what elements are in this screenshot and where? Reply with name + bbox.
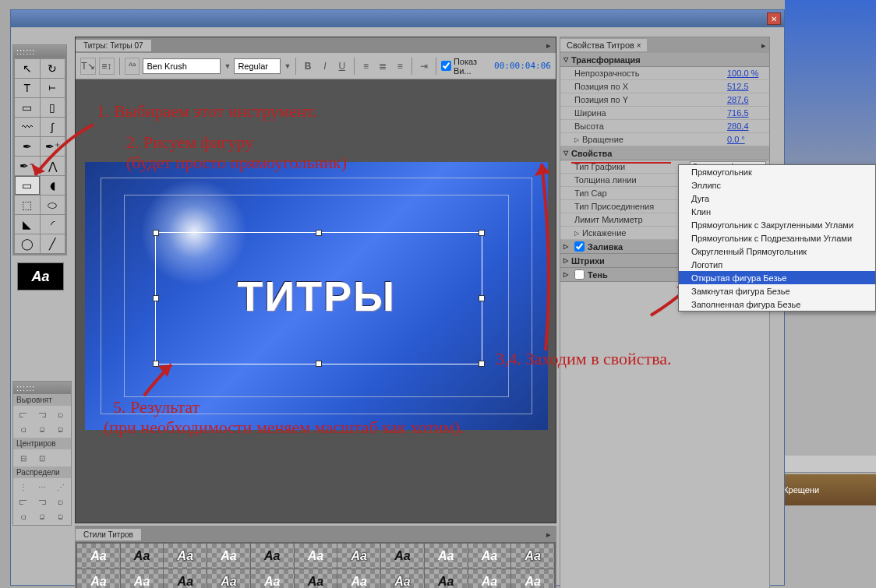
handle-top-mid[interactable] [316, 230, 322, 236]
dist-4[interactable]: ⫍ [15, 495, 33, 509]
vertical-path-type-tool[interactable]: ∫ [41, 118, 65, 136]
titlebar[interactable]: ✕ [11, 10, 784, 27]
align-right-text[interactable]: ≡ [393, 58, 407, 74]
dd-option-7[interactable]: Логотип [679, 258, 875, 271]
style-preset-19[interactable]: Aa [425, 569, 468, 588]
convert-point-tool[interactable]: ⋀ [41, 157, 65, 175]
style-preset-17[interactable]: Aa [337, 569, 380, 588]
roll-crawl-icon[interactable]: ≡↕ [99, 58, 115, 75]
style-preset-0[interactable]: Aa [77, 544, 120, 569]
handle-bot-left[interactable] [153, 361, 159, 367]
props-tab-label[interactable]: Свойства Титров × [560, 39, 647, 51]
tab-stops-icon[interactable]: ⇥ [417, 58, 431, 74]
dd-option-5[interactable]: Прямоугольник с Подрезанными Углами [679, 231, 875, 245]
align-grip[interactable]: :::::: [13, 382, 71, 394]
align-hcenter[interactable]: ⫎ [34, 407, 51, 421]
center-v[interactable]: ⊡ [34, 451, 51, 465]
prop-value[interactable]: 280,4 [727, 121, 766, 131]
dist-8[interactable]: ⫑ [34, 509, 51, 523]
pen-tool[interactable]: ✒ [15, 137, 40, 156]
line-tool[interactable]: ╱ [41, 234, 65, 253]
close-button[interactable]: ✕ [767, 12, 781, 25]
align-right[interactable]: ⫐ [51, 407, 69, 421]
align-left[interactable]: ⫍ [15, 407, 33, 421]
font-select[interactable] [143, 58, 221, 74]
align-top[interactable]: ⫏ [15, 422, 33, 436]
styles-menu-icon[interactable]: ▸ [542, 530, 556, 540]
dist-7[interactable]: ⫏ [15, 509, 33, 523]
bold-button[interactable]: B [301, 58, 315, 74]
dist-5[interactable]: ⫎ [34, 495, 51, 509]
vertical-type-tool[interactable]: T [41, 79, 65, 97]
style-preset-21[interactable]: Aa [511, 569, 554, 588]
dd-option-4[interactable]: Прямоугольник с Закругленными Углами [679, 218, 875, 231]
palette-grip[interactable]: :::::: [13, 45, 66, 58]
prop-value[interactable]: 0,0 ° [727, 135, 766, 144]
templates-icon[interactable]: ᴬᵃ [125, 58, 140, 75]
style-preset-6[interactable]: Aa [337, 544, 380, 569]
font-style-select[interactable] [234, 58, 281, 74]
style-preset-1[interactable]: Aa [121, 544, 164, 569]
graphic-type-dropdown[interactable]: ПрямоугольникЭллипсДугаКлинПрямоугольник… [678, 164, 876, 312]
style-thumbnail[interactable]: Aa [17, 262, 64, 290]
dd-option-6[interactable]: Округленный Прямоугольник [679, 245, 875, 258]
handle-top-right[interactable] [479, 230, 485, 236]
style-preset-16[interactable]: Aa [295, 569, 337, 588]
selection-box[interactable] [155, 232, 482, 364]
dd-option-10[interactable]: Заполненная фигура Безье [679, 298, 875, 311]
style-preset-12[interactable]: Aa [121, 569, 164, 588]
clipped-rect-tool[interactable]: ⬚ [15, 195, 40, 214]
underline-button[interactable]: U [335, 58, 349, 74]
dd-option-1[interactable]: Эллипс [679, 178, 875, 192]
center-h[interactable]: ⊟ [15, 451, 33, 465]
dd-option-8[interactable]: Открытая фигура Безье [679, 271, 875, 284]
new-title-icon[interactable]: T↘ [80, 58, 96, 75]
style-preset-18[interactable]: Aa [381, 569, 424, 588]
rounded-rect-tool[interactable]: ◖ [41, 176, 65, 195]
rotate-tool[interactable]: ↻ [41, 59, 65, 78]
style-preset-13[interactable]: Aa [164, 569, 207, 588]
style-preset-11[interactable]: Aa [77, 569, 120, 588]
rectangle-tool[interactable]: ▭ [15, 176, 40, 195]
dist-2[interactable]: ⋯ [34, 480, 51, 494]
rounded-corner-tool[interactable]: ⬭ [41, 195, 65, 214]
styles-tab[interactable]: Стили Титров [76, 529, 142, 540]
prop-value[interactable]: 512,5 [727, 82, 766, 91]
style-preset-5[interactable]: Aa [295, 544, 337, 569]
section-transform[interactable]: ▽Трансформация [560, 53, 769, 67]
align-bottom[interactable]: ⫒ [51, 422, 69, 436]
prop-value[interactable]: 100,0 % [727, 69, 766, 78]
dd-option-2[interactable]: Дуга [679, 192, 875, 205]
ellipse-tool[interactable]: ◯ [15, 234, 40, 253]
handle-mid-right[interactable] [479, 295, 485, 301]
titler-tab[interactable]: Титры: Титры 07 [76, 40, 152, 51]
delete-point-tool[interactable]: ✒⁻ [15, 157, 40, 175]
align-vcenter[interactable]: ⫑ [34, 422, 51, 436]
handle-bot-mid[interactable] [316, 361, 322, 367]
handle-mid-left[interactable] [153, 295, 159, 301]
section-properties[interactable]: ▽Свойства [560, 146, 769, 160]
style-preset-20[interactable]: Aa [468, 569, 511, 588]
handle-top-left[interactable] [153, 230, 159, 236]
wedge-tool[interactable]: ◣ [15, 215, 40, 234]
style-preset-15[interactable]: Aa [251, 569, 294, 588]
align-center-text[interactable]: ≣ [376, 58, 390, 74]
italic-button[interactable]: I [318, 58, 332, 74]
dd-option-9[interactable]: Замкнутая фигура Безье [679, 284, 875, 298]
dd-option-3[interactable]: Клин [679, 205, 875, 218]
style-preset-14[interactable]: Aa [207, 569, 250, 588]
dist-1[interactable]: ⋮ [15, 480, 33, 494]
style-preset-10[interactable]: Aa [511, 544, 554, 569]
prop-value[interactable]: 716,5 [727, 108, 766, 118]
arc-tool[interactable]: ◜ [41, 215, 65, 234]
props-menu-icon[interactable]: ▸ [758, 40, 769, 51]
prop-value[interactable]: 287,6 [727, 95, 766, 104]
style-preset-7[interactable]: Aa [381, 544, 424, 569]
panel-menu-icon[interactable]: ▸ [542, 40, 556, 51]
style-preset-3[interactable]: Aa [207, 544, 250, 569]
selection-tool[interactable]: ↖ [15, 59, 40, 78]
style-preset-9[interactable]: Aa [468, 544, 511, 569]
dist-3[interactable]: ⋰ [51, 480, 69, 494]
show-video-checkbox[interactable]: Показ Ви... [441, 57, 491, 76]
handle-bot-right[interactable] [479, 361, 485, 367]
